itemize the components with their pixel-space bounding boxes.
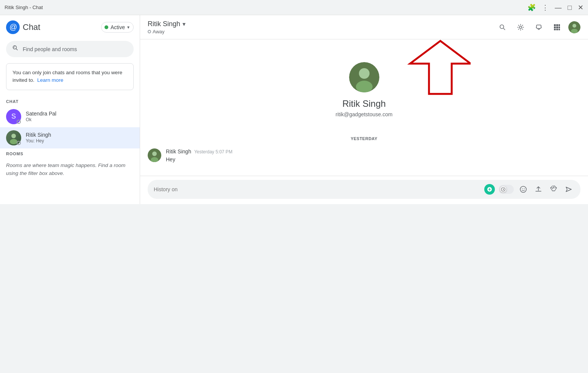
chat-header-left: Ritik Singh ▾ Away (148, 20, 186, 34)
svg-point-32 (522, 189, 523, 189)
message-text: Hey (166, 156, 580, 164)
find-people-icon (12, 45, 19, 53)
satendra-contact-info: Satendra Pal Ok (26, 111, 134, 122)
search-bar[interactable]: Find people and rooms (6, 41, 134, 57)
message-content: Ritik Singh Yesterday 5:07 PM Hey (166, 148, 580, 164)
drive-button[interactable] (548, 184, 559, 195)
learn-more-link[interactable]: Learn more (37, 77, 63, 83)
send-button[interactable] (563, 184, 574, 195)
svg-rect-11 (558, 24, 560, 26)
chat-section-label: CHAT (0, 96, 140, 106)
notifications-button[interactable] (532, 20, 546, 34)
chevron-down-icon: ▾ (127, 25, 129, 30)
info-box: You can only join chats and rooms that y… (6, 63, 134, 90)
emoji-button[interactable] (518, 184, 529, 195)
svg-point-4 (11, 134, 16, 138)
chat-main: Ritik Singh ▾ Away (140, 15, 588, 204)
history-toggle[interactable] (499, 185, 514, 194)
apps-grid-button[interactable] (550, 20, 564, 34)
satendra-avatar-wrap: S (6, 109, 21, 124)
svg-rect-10 (556, 24, 558, 26)
svg-point-7 (519, 26, 522, 28)
profile-header: Ritik Singh ritik@gadgetstouse.com (140, 47, 588, 129)
titlebar-controls: 🧩 ⋮ — □ ✕ (527, 4, 583, 11)
extensions-icon[interactable]: 🧩 (527, 4, 536, 11)
svg-rect-8 (537, 25, 541, 28)
titlebar: Ritik Singh - Chat 🧩 ⋮ — □ ✕ (0, 0, 588, 15)
date-divider: YESTERDAY (140, 136, 588, 141)
status-label: Active (111, 24, 125, 30)
search-placeholder: Find people and rooms (23, 46, 77, 52)
svg-point-20 (571, 29, 578, 33)
titlebar-title: Ritik Singh - Chat (5, 5, 43, 10)
status-badge[interactable]: Active ▾ (101, 22, 134, 33)
message-avatar (148, 148, 161, 162)
svg-point-24 (356, 81, 373, 92)
close-button[interactable]: ✕ (578, 4, 583, 11)
settings-button[interactable] (514, 20, 527, 34)
date-divider-text: YESTERDAY (351, 136, 377, 141)
svg-point-5 (10, 139, 17, 144)
grammarly-button[interactable] (484, 184, 495, 195)
contact-item-satendra[interactable]: S Satendra Pal Ok (0, 106, 140, 127)
svg-point-33 (524, 189, 525, 189)
profile-name: Ritik Singh (342, 98, 386, 109)
app-layout: @ Chat Active ▾ (0, 15, 588, 204)
svg-rect-17 (558, 29, 560, 30)
svg-point-19 (572, 24, 576, 28)
svg-rect-14 (558, 27, 560, 28)
chat-input-box (148, 180, 580, 199)
satendra-initials: S (11, 112, 16, 120)
logo-area: @ Chat (6, 20, 40, 34)
chat-header-dropdown-icon[interactable]: ▾ (182, 20, 186, 28)
chat-logo-icon: @ (6, 20, 20, 34)
satendra-status-indicator (17, 120, 21, 124)
svg-rect-12 (554, 27, 556, 28)
svg-point-26 (152, 151, 157, 156)
chat-header-name: Ritik Singh (148, 20, 180, 28)
profile-email: ritik@gadgetstouse.com (335, 111, 392, 117)
ritik-name: Ritik Singh (26, 132, 134, 138)
sidebar: @ Chat Active ▾ (0, 15, 140, 204)
ritik-contact-info: Ritik Singh You: Hey (26, 132, 134, 144)
svg-rect-15 (554, 29, 556, 30)
svg-point-23 (359, 68, 370, 79)
chat-header: Ritik Singh ▾ Away (140, 15, 588, 39)
maximize-button[interactable]: □ (568, 4, 572, 11)
user-avatar-header[interactable] (568, 21, 580, 33)
sidebar-header: @ Chat Active ▾ (0, 15, 140, 38)
chat-header-info: Ritik Singh ▾ Away (148, 20, 186, 34)
logo-text: Chat (23, 22, 40, 32)
info-text: You can only join chats and rooms that y… (12, 70, 122, 83)
chat-input-field[interactable] (154, 186, 480, 192)
status-dot-active (104, 25, 108, 29)
rooms-section-label: ROOMS (0, 148, 140, 158)
profile-avatar-large (349, 62, 379, 92)
upload-button[interactable] (533, 184, 544, 195)
message-time: Yesterday 5:07 PM (194, 149, 232, 155)
chat-header-status-text: Away (153, 29, 165, 34)
svg-text:@: @ (9, 23, 17, 31)
rooms-empty-text: Rooms are where team magic happens. Find… (0, 158, 140, 184)
message-sender: Ritik Singh (166, 148, 191, 155)
svg-rect-13 (556, 27, 558, 28)
chat-header-right (496, 20, 580, 34)
satendra-name: Satendra Pal (26, 111, 134, 117)
away-status-icon (148, 30, 151, 33)
search-button[interactable] (496, 20, 509, 34)
more-options-icon[interactable]: ⋮ (542, 4, 549, 11)
minimize-button[interactable]: — (555, 4, 561, 11)
ritik-status-indicator (17, 141, 21, 145)
contact-item-ritik[interactable]: Ritik Singh You: Hey (0, 127, 140, 148)
ritik-avatar-wrap (6, 130, 21, 145)
svg-rect-16 (556, 29, 558, 30)
chat-content[interactable]: Ritik Singh ritik@gadgetstouse.com YESTE… (140, 39, 588, 176)
svg-point-6 (500, 25, 504, 28)
message-header: Ritik Singh Yesterday 5:07 PM (166, 148, 580, 155)
svg-point-31 (520, 186, 526, 192)
svg-rect-9 (554, 24, 556, 26)
chat-input-area (140, 176, 588, 204)
ritik-preview: You: Hey (26, 138, 134, 144)
message-group: Ritik Singh Yesterday 5:07 PM Hey (140, 147, 588, 165)
chat-header-status: Away (148, 29, 186, 34)
